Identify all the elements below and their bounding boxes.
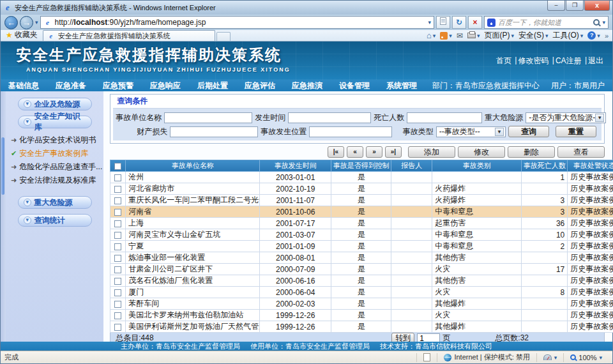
header-link-1[interactable]: 修改密码: [518, 56, 549, 66]
header-link-3[interactable]: 退出: [588, 56, 603, 66]
sidebar-group-0[interactable]: ▼企业及危险源: [18, 98, 92, 110]
header-link-2[interactable]: CA注册: [556, 56, 582, 66]
nav-item-8[interactable]: 系统管理: [386, 80, 417, 91]
row-checkbox[interactable]: [114, 243, 121, 250]
tools-menu-button[interactable]: 工具(O)▾: [552, 30, 583, 41]
nav-item-0[interactable]: 基础信息: [8, 80, 39, 91]
page-menu-button[interactable]: 页面(P)▾: [484, 30, 514, 41]
close-button[interactable]: x: [584, 1, 610, 11]
row-checkbox[interactable]: [114, 278, 121, 285]
favorites-button[interactable]: ★ 收藏夹: [3, 29, 43, 41]
row-checkbox[interactable]: [114, 301, 121, 308]
modify-button[interactable]: 修改: [458, 146, 505, 158]
row-checkbox-cell: [110, 275, 126, 287]
pager-button-3[interactable]: »|: [385, 146, 402, 158]
nav-item-5[interactable]: 应急评估: [245, 80, 275, 91]
nav-item-2[interactable]: 应急预警: [103, 80, 133, 91]
sidebar-scroll-handle[interactable]: [1, 137, 4, 195]
read-mail-button[interactable]: ✉: [457, 31, 463, 40]
more-commands-button[interactable]: »: [605, 32, 609, 40]
row-checkbox[interactable]: [114, 232, 121, 239]
help-button[interactable]: ?▾: [587, 31, 600, 40]
delete-button[interactable]: 删除: [508, 146, 555, 158]
nav-item-7[interactable]: 设备管理: [339, 80, 370, 91]
sidebar-item-1-0[interactable]: ➜化学品安全技术说明书: [6, 133, 103, 147]
view-button[interactable]: 查看: [557, 146, 605, 158]
column-header-1: 事故发生时间: [260, 160, 331, 172]
sidebar-item-1-1[interactable]: ✔安全生产事故案例库: [6, 147, 103, 160]
stop-button[interactable]: ×: [468, 16, 482, 29]
nav-item-3[interactable]: 应急响应: [150, 80, 181, 91]
row-checkbox[interactable]: [114, 220, 121, 227]
search-placeholder[interactable]: 百度一下，你就知道: [498, 18, 591, 27]
status-gauge-segment[interactable]: ▾: [536, 353, 564, 362]
refresh-button[interactable]: ↻: [452, 16, 466, 29]
sidebar-group-1[interactable]: ▼安全生产知识库: [18, 116, 92, 128]
header-link-0[interactable]: 首页: [496, 56, 511, 66]
row-checkbox-cell: [110, 287, 126, 298]
occur-time-input[interactable]: [288, 112, 371, 123]
query-legend: 查询条件: [113, 95, 602, 109]
deaths-input[interactable]: [407, 112, 482, 123]
row-checkbox[interactable]: [114, 197, 121, 204]
sidebar: ▼企业及危险源▼安全生产知识库➜化学品安全技术说明书✔安全生产事故案例库➜危险化…: [6, 91, 103, 342]
zoom-control[interactable]: 100% ▾: [563, 353, 609, 362]
history-dropdown-icon[interactable]: ▾: [35, 19, 38, 26]
search-box[interactable]: 百度一下，你就知道 ▾: [484, 16, 609, 29]
nav-item-1[interactable]: 应急准备: [56, 80, 86, 91]
row-checkbox[interactable]: [114, 209, 121, 216]
search-dropdown-icon[interactable]: ▾: [602, 19, 605, 26]
compatibility-view-button[interactable]: [436, 16, 450, 29]
url-dropdown-icon[interactable]: ▾: [428, 19, 431, 26]
search-icon[interactable]: [593, 19, 600, 26]
cell-alarm-status: 历史事故案例: [568, 264, 613, 275]
row-checkbox[interactable]: [114, 312, 121, 319]
property-loss-input[interactable]: [170, 126, 258, 137]
add-button[interactable]: 添加: [408, 146, 455, 158]
cell-category: 中毒和窒息: [432, 206, 522, 218]
cell-controlled: 是: [331, 241, 391, 252]
select-all-checkbox[interactable]: [114, 163, 121, 170]
reset-button[interactable]: 重置: [556, 126, 596, 137]
pager-button-0[interactable]: |«: [328, 146, 344, 158]
new-tab-button[interactable]: [216, 32, 231, 41]
nav-item-4[interactable]: 后期处置: [197, 80, 228, 91]
cell-deaths: 3: [522, 206, 568, 218]
unit-name-input[interactable]: [164, 112, 252, 123]
cell-deaths: 8: [522, 287, 568, 298]
sidebar-group-2[interactable]: ▼重大危险源: [18, 196, 92, 209]
table-row: 苯酐车间2000-02-03是其他爆炸历史事故案例: [110, 298, 613, 310]
row-checkbox[interactable]: [114, 186, 121, 193]
address-field[interactable]: e http://localhost:90/yjzh/frame/homepag…: [40, 16, 434, 29]
arrow-icon: ➜: [11, 176, 17, 185]
accident-type-select[interactable]: --事故类型-- ▼: [436, 126, 506, 137]
pager-button-1[interactable]: «: [347, 146, 363, 158]
forward-button[interactable]: →: [20, 16, 33, 29]
location-input[interactable]: [309, 126, 392, 137]
sidebar-item-1-2[interactable]: ➜危险化学品应急速查手...: [6, 160, 103, 174]
feeds-button[interactable]: ▾: [440, 32, 452, 40]
print-button[interactable]: ▾: [467, 33, 480, 39]
major-hazard-select[interactable]: -是否为重大危险源- ▼: [526, 112, 606, 123]
tab-active[interactable]: e 安全生产应急救援指挥辅助决策系统: [43, 30, 215, 41]
ie-logo-icon: e: [3, 3, 12, 13]
maximize-button[interactable]: ❒: [566, 1, 584, 11]
sidebar-group-3[interactable]: ▼查询统计: [18, 214, 92, 227]
url-text[interactable]: http://localhost:90/yjzh/frame/homepage.…: [55, 18, 426, 27]
sidebar-item-1-3[interactable]: ➜安全法律法规及标准库: [6, 174, 103, 187]
row-checkbox[interactable]: [114, 174, 121, 181]
nav-item-6[interactable]: 应急推演: [292, 80, 322, 91]
cell-deaths: 10: [522, 229, 568, 241]
row-checkbox[interactable]: [114, 255, 121, 262]
back-button[interactable]: ←: [4, 16, 18, 29]
grid-toolbar: |««»»|添加修改删除查看: [110, 144, 605, 160]
home-button[interactable]: ⌂▾: [427, 31, 435, 40]
cell-occur-date: 2001-01-09: [260, 241, 331, 252]
pager-button-2[interactable]: »: [366, 146, 382, 158]
minimize-button[interactable]: –: [547, 1, 565, 11]
row-checkbox[interactable]: [114, 266, 121, 273]
row-checkbox[interactable]: [114, 324, 121, 331]
row-checkbox[interactable]: [114, 289, 121, 296]
safety-menu-button[interactable]: 安全(S)▾: [518, 30, 549, 41]
search-button[interactable]: 查询: [508, 126, 549, 137]
